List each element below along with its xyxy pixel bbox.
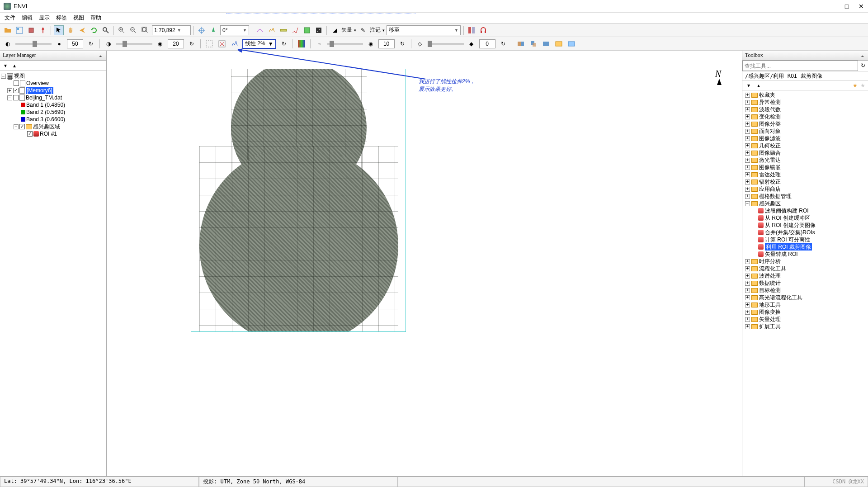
expand-icon[interactable]: ▴ [11, 62, 18, 69]
tree-overview[interactable]: Overview [26, 80, 49, 87]
transparency-input[interactable] [479, 39, 495, 48]
fav-star-icon[interactable]: ★ [853, 82, 858, 89]
tree-root[interactable]: 视图 [14, 72, 25, 80]
headphones-icon[interactable] [478, 25, 488, 35]
toolbox-item[interactable]: +栅格数据管理 [743, 193, 867, 200]
toolbox-search-input[interactable] [742, 61, 858, 71]
menu-edit[interactable]: 编辑 [22, 14, 33, 22]
toolbox-item[interactable]: −感兴趣区 [743, 200, 867, 207]
map-viewport[interactable]: ◀ 我进行了线性拉伸2%， 展示效果更好。 N [107, 51, 742, 476]
annotate-dropdown-icon[interactable]: ✎ [358, 25, 368, 35]
tree-dataset[interactable]: Beijing_TM.dat [26, 94, 62, 101]
contrast-input[interactable] [168, 39, 184, 48]
tree-roi-folder[interactable]: 感兴趣区域 [33, 123, 60, 130]
data-manager-icon[interactable] [14, 25, 24, 35]
search-refresh-icon[interactable]: ↻ [858, 61, 868, 71]
toolbox-item[interactable]: +扩展工具 [743, 323, 867, 330]
open-icon[interactable] [3, 25, 13, 35]
tree-memory[interactable]: [Memory6] [26, 87, 53, 94]
menu-display[interactable]: 显示 [39, 14, 50, 22]
transparency-reset-icon[interactable]: ↻ [498, 39, 508, 49]
tree-band1[interactable]: Band 1 (0.4850) [26, 101, 65, 109]
view-a-icon[interactable] [554, 39, 564, 49]
menu-view[interactable]: 视图 [73, 14, 84, 22]
toolbox-item[interactable]: +应用商店 [743, 185, 867, 193]
transparency-slider[interactable] [428, 43, 464, 45]
chip-icon[interactable] [26, 25, 36, 35]
toolbox-item[interactable]: +面向对象 [743, 128, 867, 135]
brightness-input[interactable] [67, 39, 83, 48]
toolbox-tree[interactable]: +收藏夹+异常检测+波段代数+变化检测+图像分类+面向对象+图像滤波+几何校正+… [742, 90, 868, 476]
sharpen-slider[interactable] [327, 43, 363, 45]
annotate-label[interactable]: 注记 [370, 26, 381, 34]
scale-combo[interactable]: 1:70,892 ▼ [152, 25, 191, 35]
toolbox-item[interactable]: 从 ROI 创建分类图像 [743, 222, 867, 229]
tree-roi1[interactable]: ROI #1 [40, 130, 57, 137]
cursor-value-icon[interactable] [255, 25, 265, 35]
layout-icon[interactable] [467, 25, 476, 35]
fav-star-off-icon[interactable]: ★ [860, 82, 865, 89]
zoom-in-icon[interactable] [117, 25, 127, 35]
toolbox-item[interactable]: +波谱处理 [743, 272, 867, 279]
toolbox-item[interactable]: +目标检测 [743, 287, 867, 294]
toolbox-item[interactable]: +异常检测 [743, 99, 867, 106]
colormap-icon[interactable] [297, 39, 307, 49]
select-tool-icon[interactable] [54, 25, 64, 35]
toolbox-item[interactable]: +收藏夹 [743, 91, 867, 99]
fly-icon[interactable] [77, 25, 87, 35]
minimize-button[interactable]: — [829, 3, 835, 9]
north-arrow-icon[interactable] [208, 25, 218, 35]
tree-band3[interactable]: Band 3 (0.6600) [26, 116, 65, 123]
sharpen-reset-icon[interactable]: ↻ [397, 39, 407, 49]
contrast-slider[interactable] [116, 43, 152, 45]
toolbox-item[interactable]: +图像镶嵌 [743, 164, 867, 171]
toolbox-pin-icon[interactable]: ⫠ [860, 52, 865, 59]
zoom-out-icon[interactable] [128, 25, 138, 35]
toolbox-item[interactable]: +流程化工具 [743, 265, 867, 272]
measure-icon[interactable] [278, 25, 288, 35]
panel-pin-icon[interactable]: ⫠ [98, 52, 104, 59]
scatter-icon[interactable] [314, 25, 324, 35]
toolbox-item[interactable]: +地形工具 [743, 301, 867, 308]
stretch-combo[interactable]: 线性 2% ▼ [242, 39, 276, 49]
toolbox-item[interactable]: +雷达处理 [743, 171, 867, 178]
menu-help[interactable]: 帮助 [90, 14, 101, 22]
flicker-icon[interactable] [541, 39, 551, 49]
fav-collapse-icon[interactable]: ▾ [745, 82, 752, 89]
toolbox-item[interactable]: +变化检测 [743, 113, 867, 120]
pin-icon[interactable] [38, 25, 48, 35]
stretch-reset-icon[interactable]: ↻ [279, 39, 289, 49]
goto-combo[interactable]: 移至 ▼ [387, 25, 461, 35]
toolbox-item[interactable]: +图像滤波 [743, 135, 867, 142]
menu-file[interactable]: 文件 [5, 14, 15, 22]
profile-icon[interactable] [267, 25, 277, 35]
sharpen-input[interactable] [378, 39, 395, 48]
fav-expand-icon[interactable]: ▴ [755, 82, 762, 89]
maximize-button[interactable]: □ [844, 3, 850, 9]
rotate-icon[interactable] [89, 25, 99, 35]
toolbox-item[interactable]: +激光雷达 [743, 156, 867, 164]
layer-tree[interactable]: −▦视图 Overview +✓[Memory6] −Beijing_TM.da… [0, 71, 106, 476]
toolbox-item[interactable]: 利用 ROI 裁剪图像 [743, 243, 867, 251]
toolbox-item[interactable]: 合并(并集/交集)ROIs [743, 229, 867, 236]
toolbox-item[interactable]: 计算 ROI 可分离性 [743, 236, 867, 243]
menu-tags[interactable]: 标签 [56, 14, 67, 22]
toolbox-item[interactable]: +图像分类 [743, 120, 867, 128]
toolbox-item[interactable]: +图像变换 [743, 308, 867, 316]
swipe-icon[interactable] [516, 39, 526, 49]
toolbox-item[interactable]: +几何校正 [743, 142, 867, 149]
toolbox-item[interactable]: 波段阈值构建 ROI [743, 207, 867, 214]
toolbox-item[interactable]: 从 ROI 创建缓冲区 [743, 214, 867, 222]
stretch-region-icon[interactable] [204, 39, 214, 49]
toolbox-item[interactable]: +时序分析 [743, 258, 867, 265]
toolbox-item[interactable]: +高光谱流程化工具 [743, 294, 867, 301]
collapse-icon[interactable]: ▾ [2, 62, 9, 69]
vector-label[interactable]: 矢量 [341, 26, 352, 34]
close-button[interactable]: ✕ [858, 3, 864, 9]
vector-dropdown-icon[interactable]: ◢ [330, 25, 340, 35]
toolbox-item[interactable]: +辐射校正 [743, 178, 867, 185]
brightness-reset-icon[interactable]: ↻ [86, 39, 96, 49]
toolbox-item[interactable]: +波段代数 [743, 106, 867, 113]
pan-icon[interactable] [66, 25, 75, 35]
zoom-extent-icon[interactable] [101, 25, 111, 35]
